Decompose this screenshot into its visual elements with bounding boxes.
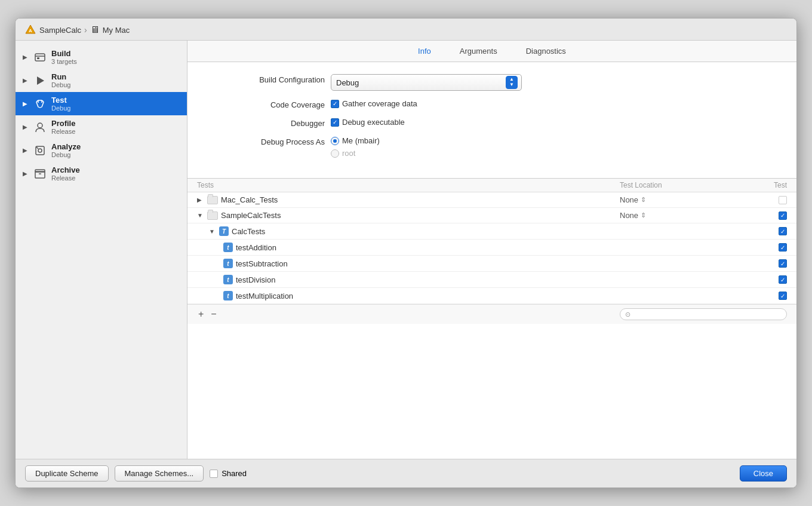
sample-calc-checkbox[interactable]: ✓ <box>779 211 787 220</box>
test-name-cell: ▼ SampleCalcTests <box>197 211 620 220</box>
tab-info[interactable]: Info <box>416 45 433 57</box>
build-info: Build 3 targets <box>51 49 77 65</box>
mac-calc-tests-name: Mac_Calc_Tests <box>221 195 278 204</box>
radio-root[interactable]: root <box>331 149 355 158</box>
svg-rect-4 <box>37 57 39 59</box>
test-name-cell: ▼ T CalcTests <box>209 226 620 236</box>
debugger-checkbox[interactable]: ✓ <box>331 118 339 127</box>
test-multiplication-name: testMultiplication <box>236 292 293 300</box>
sidebar-item-analyze[interactable]: ▶ Analyze Debug <box>16 139 187 162</box>
sidebar-item-build[interactable]: ▶ Build 3 targets <box>16 45 187 69</box>
build-config-control: Debug ▲ ▼ <box>331 74 779 91</box>
table-row[interactable]: t testMultiplication ✓ <box>187 288 796 304</box>
test-multiplication-checkbox[interactable]: ✓ <box>779 292 787 300</box>
col-test-location: Test Location <box>620 181 739 189</box>
sample-calc-location-arrows[interactable]: ⇕ <box>641 211 646 219</box>
debugger-control: ✓ Debug executable <box>331 118 779 127</box>
test-multiplication-checkbox-cell: ✓ <box>739 292 787 300</box>
table-row[interactable]: ▼ T CalcTests ✓ <box>187 223 796 240</box>
mac-calc-checkbox[interactable] <box>779 196 787 204</box>
code-coverage-checkbox[interactable]: ✓ <box>331 100 339 108</box>
run-name: Run <box>51 72 70 81</box>
duplicate-scheme-button[interactable]: Duplicate Scheme <box>25 465 109 482</box>
tests-table-header: Tests Test Location Test <box>187 179 796 192</box>
col-tests: Tests <box>197 181 620 189</box>
analyze-info: Analyze Debug <box>51 142 81 158</box>
tests-search-box[interactable]: ⊙ <box>620 308 787 320</box>
mac-calc-folder-icon <box>207 196 218 204</box>
calc-tests-checkbox[interactable]: ✓ <box>779 227 787 235</box>
code-coverage-row: Code Coverage ✓ Gather coverage data <box>205 99 779 109</box>
run-info: Run Debug <box>51 72 70 88</box>
test-division-checkbox[interactable]: ✓ <box>779 275 787 284</box>
sample-calc-checkbox-cell: ✓ <box>739 211 787 220</box>
close-button[interactable]: Close <box>740 465 787 482</box>
table-row[interactable]: ▼ SampleCalcTests None ⇕ ✓ <box>187 208 796 223</box>
tab-arguments[interactable]: Arguments <box>457 45 500 57</box>
mac-calc-location-arrows[interactable]: ⇕ <box>641 196 646 204</box>
table-row[interactable]: ▶ Mac_Calc_Tests None ⇕ <box>187 192 796 208</box>
svg-rect-13 <box>35 170 45 172</box>
test-addition-name: testAddition <box>236 243 276 252</box>
debugger-checkbox-wrap[interactable]: ✓ Debug executable <box>331 118 405 127</box>
manage-schemes-button[interactable]: Manage Schemes... <box>115 465 204 482</box>
test-arrow: ▶ <box>21 100 29 108</box>
test-name-cell: t testAddition <box>223 243 620 252</box>
tab-diagnostics[interactable]: Diagnostics <box>524 45 568 57</box>
sidebar-item-run[interactable]: ▶ Run Debug <box>16 69 187 92</box>
profile-sub: Release <box>51 128 75 135</box>
test-subtraction-checkbox[interactable]: ✓ <box>779 259 787 268</box>
radio-me[interactable]: Me (mbair) <box>331 136 380 145</box>
mac-calc-location: None ⇕ <box>620 195 739 204</box>
table-row[interactable]: t testAddition ✓ <box>187 240 796 256</box>
sample-calc-arrow[interactable]: ▼ <box>197 212 204 219</box>
right-panel: Info Arguments Diagnostics Build Configu… <box>187 41 796 459</box>
titlebar: A SampleCalc › 🖥 My Mac <box>16 19 796 41</box>
table-row[interactable]: t testDivision ✓ <box>187 272 796 288</box>
svg-point-8 <box>38 123 42 128</box>
debugger-row: Debugger ✓ Debug executable <box>205 118 779 128</box>
svg-line-11 <box>36 147 38 149</box>
device-icon: 🖥 <box>90 24 100 35</box>
debugger-label: Debugger <box>205 118 325 128</box>
profile-icon <box>33 121 47 134</box>
add-test-button[interactable]: + <box>197 309 205 319</box>
analyze-name: Analyze <box>51 142 81 151</box>
build-icon <box>33 51 47 64</box>
radio-me-dot[interactable] <box>331 137 339 145</box>
debug-process-control: Me (mbair) root <box>331 136 779 158</box>
sidebar-item-archive[interactable]: ▶ Archive Release <box>16 162 187 185</box>
mac-calc-location-value: None <box>620 195 638 204</box>
build-config-dropdown[interactable]: Debug ▲ ▼ <box>331 74 522 91</box>
test-subtraction-icon: t <box>223 259 233 268</box>
archive-arrow: ▶ <box>21 170 29 177</box>
test-icon <box>33 97 47 111</box>
table-row[interactable]: t testSubtraction ✓ <box>187 256 796 272</box>
svg-text:A: A <box>29 28 32 33</box>
tests-search-input[interactable] <box>633 310 782 318</box>
radio-me-label: Me (mbair) <box>342 136 380 145</box>
radio-root-dot[interactable] <box>331 149 339 158</box>
calc-tests-arrow[interactable]: ▼ <box>209 228 216 235</box>
tests-area: Tests Test Location Test ▶ Mac_Calc_Test… <box>187 179 796 459</box>
sidebar-item-test[interactable]: ▶ Test Debug <box>16 92 187 115</box>
code-coverage-checkbox-wrap[interactable]: ✓ Gather coverage data <box>331 99 417 108</box>
breadcrumb-separator: › <box>84 25 87 35</box>
build-config-stepper[interactable]: ▲ ▼ <box>506 76 518 89</box>
test-addition-checkbox[interactable]: ✓ <box>779 243 787 252</box>
sidebar-item-profile[interactable]: ▶ Profile Release <box>16 115 187 139</box>
debugger-option: Debug executable <box>342 118 405 127</box>
calc-tests-name: CalcTests <box>232 227 265 236</box>
run-arrow: ▶ <box>21 77 29 84</box>
profile-name: Profile <box>51 119 75 128</box>
calc-tests-checkbox-cell: ✓ <box>739 227 787 235</box>
test-name-cell: t testDivision <box>223 275 620 284</box>
shared-checkbox[interactable] <box>210 470 218 478</box>
breadcrumb: SampleCalc › 🖥 My Mac <box>39 24 130 35</box>
mac-calc-arrow[interactable]: ▶ <box>197 197 204 203</box>
test-subtraction-name: testSubtraction <box>236 259 288 268</box>
test-sub: Debug <box>51 105 70 112</box>
remove-test-button[interactable]: − <box>210 309 217 319</box>
test-subtraction-checkbox-cell: ✓ <box>739 259 787 268</box>
app-name: SampleCalc <box>39 26 81 35</box>
